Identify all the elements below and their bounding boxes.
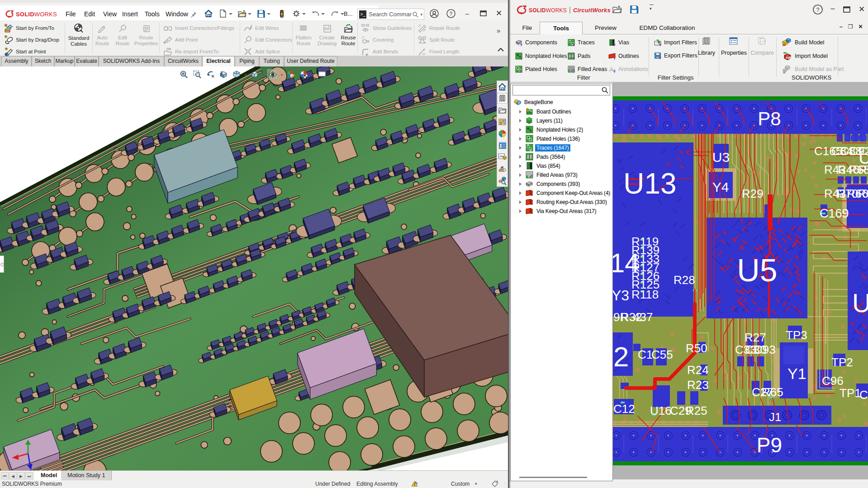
hud-caret-icon[interactable]: ▾ xyxy=(330,73,332,77)
hud-caret-icon[interactable]: ▾ xyxy=(245,73,247,77)
sw-menu-file[interactable]: File xyxy=(64,9,78,19)
sw-close-button[interactable]: ✕ xyxy=(493,9,505,19)
tree-item-3[interactable]: Plated Holes (136) xyxy=(511,134,581,143)
hud-view-settings-button[interactable] xyxy=(317,70,327,80)
sw-menu-edit[interactable]: Edit xyxy=(82,9,97,19)
tree-hscrollbar-thumb[interactable] xyxy=(519,477,587,478)
tree-expand-arrow[interactable] xyxy=(519,200,523,204)
sw-tab-sketch[interactable]: Sketch xyxy=(32,56,54,66)
cw-minimize-button[interactable]: – xyxy=(827,5,839,13)
tree-expand-arrow[interactable] xyxy=(519,128,523,132)
sw-maximize-button[interactable] xyxy=(478,9,489,19)
hud-hide-show-button[interactable] xyxy=(268,70,278,80)
sw-toolbar-home[interactable] xyxy=(204,9,213,19)
sw-toolbar-save-caret[interactable] xyxy=(266,13,270,15)
cw-quickbar-caret[interactable]: ▾ xyxy=(650,6,652,11)
status-custom[interactable]: Custom xyxy=(451,481,470,487)
sw-minimize-button[interactable]: – xyxy=(461,9,473,19)
cw-export-filters[interactable]: Export Filters xyxy=(654,51,697,61)
sw-menu-insert[interactable]: Insert xyxy=(120,9,140,19)
cw-close-button[interactable]: ✕ xyxy=(856,5,868,14)
cw-maximize-button[interactable] xyxy=(841,4,852,16)
cw-help-button[interactable]: ? xyxy=(812,4,823,16)
cw-filter-outlines[interactable]: Outlines xyxy=(608,51,639,61)
tree-item-5[interactable]: Pads (3564) xyxy=(511,152,566,161)
cw-open-button[interactable] xyxy=(612,4,622,16)
ribbon-start-1[interactable]: Start by Drag/Drop xyxy=(4,34,59,46)
cw-filter-components[interactable]: Components xyxy=(515,38,557,47)
tree-item-7[interactable]: Filled Areas (973) xyxy=(511,171,579,179)
cw-filter-pads[interactable]: Pads xyxy=(568,51,591,61)
cw-filter-vias[interactable]: Vias xyxy=(608,38,629,47)
sw-toolbar-redo[interactable] xyxy=(330,9,340,19)
sw-tab-tubing[interactable]: Tubing xyxy=(259,56,284,66)
model-tab-nav[interactable]: ⏮◀▶⏭ xyxy=(1,472,33,479)
tree-item-4[interactable]: Traces (1647) xyxy=(511,143,570,152)
tree-item-6[interactable]: Vias (854) xyxy=(511,161,561,170)
hud-appearance-button[interactable] xyxy=(286,70,296,80)
cw-filter-traces[interactable]: Traces xyxy=(568,38,595,47)
sw-tab-user-defined-route[interactable]: User Defined Route xyxy=(284,56,337,66)
nav-next-icon[interactable]: ▶ xyxy=(17,472,25,479)
sw-toolbar-redo-caret[interactable] xyxy=(340,13,344,15)
ribbon-overflow[interactable]: » xyxy=(497,27,500,34)
mdi-restore-icon[interactable]: ❐ xyxy=(848,24,853,30)
sw-tab-markup[interactable]: Markup xyxy=(54,56,75,66)
tab-motion-study[interactable]: Motion Study 1 xyxy=(61,471,112,480)
sw-toolbar-options-gear-caret[interactable] xyxy=(302,13,305,15)
tree-expand-arrow[interactable] xyxy=(519,110,523,114)
taskpane-library-tab[interactable] xyxy=(498,94,507,103)
hud-section-button[interactable] xyxy=(218,70,228,80)
cw-sw-import_model[interactable]: SWImport Model xyxy=(782,51,828,61)
hud-zoom-fit-button[interactable] xyxy=(179,70,189,80)
tree-item-8[interactable]: Components (393) xyxy=(511,180,581,188)
tree-expand-arrow[interactable] xyxy=(519,155,523,159)
taskpane-folder-tab[interactable] xyxy=(498,105,507,115)
sw-tab-evaluate[interactable]: Evaluate xyxy=(75,56,99,66)
hud-caret-icon[interactable]: ▾ xyxy=(263,73,265,77)
hud-display-style-button[interactable] xyxy=(250,70,260,80)
sw-toolbar-undo[interactable] xyxy=(310,9,320,19)
cw-tree-search[interactable] xyxy=(512,85,610,95)
nav-first-icon[interactable]: ⏮ xyxy=(1,472,9,479)
cw-filter-filled[interactable]: Filled Areas xyxy=(568,64,607,74)
sw-toolbar-new-document-caret[interactable] xyxy=(228,13,232,15)
tree-expand-arrow[interactable] xyxy=(519,137,523,141)
tree-expand-arrow[interactable] xyxy=(519,119,523,123)
mdi-minimize-icon[interactable]: – xyxy=(840,24,843,30)
sw-toolbar-b-more[interactable]: B... xyxy=(344,10,353,17)
cw-save-button[interactable] xyxy=(629,4,640,16)
sw-toolbar-open-document-caret[interactable] xyxy=(247,13,251,15)
tree-expand-arrow[interactable] xyxy=(519,182,523,186)
sw-help-button[interactable]: ? xyxy=(445,9,457,19)
taskpane-view-palette-tab[interactable] xyxy=(498,152,507,162)
tree-item-11[interactable]: Via Keep-Out Areas (317) xyxy=(511,207,598,215)
sw-menu-tools[interactable]: Tools xyxy=(143,9,161,19)
pin-icon[interactable] xyxy=(190,10,197,19)
status-custom-caret[interactable]: ▴ xyxy=(475,481,477,485)
cw-ecad-preview[interactable]: P8U3Y4U13R29C169U5C165C84C88C92C98R43R46… xyxy=(613,82,868,479)
cw-menu-file[interactable]: File xyxy=(515,22,540,34)
ribbon-collapse[interactable] xyxy=(497,47,505,54)
taskpane-appearance-tab[interactable] xyxy=(498,129,507,138)
featuremanager-flyout-handle[interactable] xyxy=(0,256,4,273)
tree-item-0[interactable]: Board Outlines xyxy=(511,107,573,116)
taskpane-home-tab[interactable] xyxy=(498,82,507,91)
status-tag-icon[interactable] xyxy=(491,480,499,488)
hud-caret-icon[interactable]: ▾ xyxy=(312,73,314,77)
cw-menu-edmd[interactable]: EDMD Collaboration xyxy=(629,22,706,34)
cw-menu-tools[interactable]: Tools xyxy=(540,22,583,34)
tree-expand-arrow[interactable] xyxy=(519,164,523,168)
tree-item-2[interactable]: Nonplated Holes (2) xyxy=(511,125,584,134)
sw-tab-electrical[interactable]: Electrical xyxy=(202,56,235,66)
hud-zoom-area-button[interactable] xyxy=(192,70,202,80)
sw-toolbar-edrawings[interactable] xyxy=(277,9,287,19)
tree-root[interactable]: BeagleBone xyxy=(513,98,554,106)
ribbon-start-0[interactable]: Start by From/To xyxy=(4,22,54,34)
nav-last-icon[interactable]: ⏭ xyxy=(25,472,33,479)
taskpane-palette-tab[interactable] xyxy=(498,117,507,127)
cw-sw-build[interactable]: Build Model xyxy=(782,38,824,47)
sw-tab-assembly[interactable]: Assembly xyxy=(1,56,32,66)
sw-toolbar-options-gear[interactable] xyxy=(291,9,301,19)
sw-toolbar-undo-caret[interactable] xyxy=(321,13,324,15)
